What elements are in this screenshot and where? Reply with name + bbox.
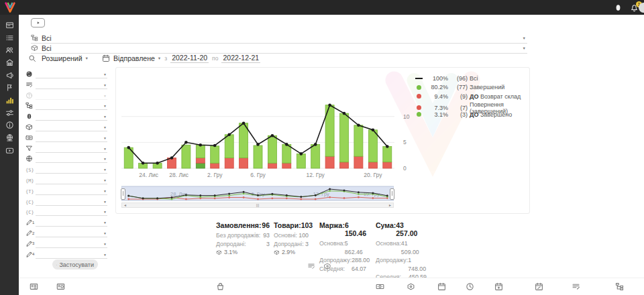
sidebar-item-store[interactable]: [0, 56, 19, 69]
app-logo-icon[interactable]: [4, 1, 16, 13]
store-icon: [5, 58, 14, 67]
scroll-left-arrow-icon[interactable]: ◄: [122, 203, 128, 207]
filter-structure-select[interactable]: ▼: [25, 99, 107, 110]
list-icon: [5, 34, 14, 42]
video-help-button[interactable]: [31, 18, 45, 27]
bb-ids-list-icon[interactable]: [30, 282, 38, 291]
date-to-input[interactable]: 2022-12-21: [221, 54, 260, 63]
avatar[interactable]: [639, 3, 644, 13]
filter-custom-4-select[interactable]: 4▼: [25, 248, 107, 259]
scrollbar-grip[interactable]: |||: [255, 203, 261, 207]
filter-product-select[interactable]: ▼: [25, 121, 107, 131]
sidebar-item-orders[interactable]: [0, 32, 19, 44]
bb-ids-ranges-icon[interactable]: [56, 282, 65, 291]
search-mode-value: Розширений: [42, 54, 83, 62]
users-icon: [5, 46, 14, 54]
filter-help-select[interactable]: ▼: [25, 89, 107, 100]
globesolid-icon: [25, 70, 33, 78]
filter-payment-select[interactable]: ▼: [25, 131, 107, 142]
filter-utm-campaign-select[interactable]: {C}▼: [25, 205, 107, 216]
svg-text:20. Гру: 20. Гру: [364, 172, 382, 178]
brace-icon: {S}: [25, 168, 34, 173]
status-filter-select[interactable]: Всі ▼: [31, 33, 527, 44]
navigator-left-handle[interactable]: [121, 188, 125, 200]
svg-text:10: 10: [403, 113, 410, 120]
chevron-down-icon: ▼: [103, 136, 107, 141]
filter-custom-3-select[interactable]: 3▼: [25, 237, 107, 248]
bb-bag-icon[interactable]: [216, 282, 225, 291]
legend-item[interactable]: 100%(96)Всі: [414, 74, 529, 83]
products-filter-select[interactable]: Всі ▼: [31, 43, 527, 54]
filter-utm-source-select[interactable]: {S}▼: [25, 163, 107, 174]
date-from-input[interactable]: 2022-11-20: [170, 54, 209, 63]
navigator-scrollbar[interactable]: ◄ ||| ►: [121, 202, 394, 208]
sidebar-item-statistics[interactable]: [0, 94, 19, 107]
stat-subrow: Основна:5 862.46: [319, 239, 366, 256]
search-filter-row: Розширений▼ Відправлене▼ з 2022-11-20 по…: [28, 53, 260, 64]
bb-structure-icon[interactable]: [615, 282, 624, 291]
chevron-down-icon: ▼: [103, 178, 107, 184]
stat-subrow: Основна:41 509.00: [376, 239, 427, 256]
search-icon[interactable]: [28, 54, 36, 62]
bb-time-icon[interactable]: [466, 282, 474, 291]
user-icon[interactable]: [614, 3, 623, 12]
promo-icon: [5, 71, 14, 80]
legend-dot-swatch: [417, 105, 421, 110]
info-icon: [5, 121, 14, 129]
sidebar-item-info[interactable]: [0, 119, 19, 132]
sidebar-item-customers[interactable]: [0, 44, 19, 56]
stat-subrow: Допродані:3: [274, 240, 309, 249]
filter-source-select[interactable]: ▼: [25, 78, 107, 89]
legend-item[interactable]: 7.3%(7)Повернення (завершений): [414, 101, 529, 111]
toggle-product-view[interactable]: [323, 262, 331, 270]
search-mode-dropdown[interactable]: Розширений▼: [42, 54, 89, 62]
products-filter-value: Всі: [42, 44, 52, 52]
svg-text:24. Лис: 24. Лис: [139, 172, 159, 178]
filter-utm-medium-select[interactable]: {M}▼: [25, 174, 107, 184]
legend-line-swatch: [415, 78, 423, 79]
sidebar-item-dashboard[interactable]: [0, 19, 19, 32]
date-type-dropdown[interactable]: Відправлене▼: [113, 54, 161, 62]
scroll-right-arrow-icon[interactable]: ►: [387, 203, 393, 207]
mini-chart-icon: [56, 262, 57, 268]
stat-subrow: Допродажу:1 748.00: [376, 256, 427, 273]
chart-navigator[interactable]: 28. Лис6. Гру13. Гру19. Гру: [121, 186, 394, 202]
chevron-down-icon: ▼: [103, 83, 107, 88]
filter-utm-content-select[interactable]: {C}▼: [25, 195, 107, 206]
bb-calendar-edit-icon[interactable]: [535, 282, 543, 291]
chevron-down-icon: ▼: [103, 242, 107, 247]
bb-products-icon[interactable]: [407, 282, 415, 291]
sidebar-item-settings[interactable]: [0, 107, 19, 119]
filter-funnel-select[interactable]: ▼: [25, 142, 107, 153]
sidebar-item-campaigns[interactable]: [0, 81, 19, 94]
help-icon: [25, 92, 33, 99]
filter-geo-select[interactable]: ▼: [25, 68, 107, 78]
chevron-down-icon: ▼: [523, 36, 527, 40]
sidebar-item-promo[interactable]: [0, 69, 19, 82]
bell-icon[interactable]: 1: [630, 3, 639, 12]
legend-item[interactable]: 9.4%(9)ДО Возврат склад: [414, 92, 529, 101]
bb-calendar-icon[interactable]: [437, 282, 446, 291]
sliders-icon: [5, 109, 14, 117]
toggle-list-view[interactable]: [307, 262, 315, 270]
legend-item[interactable]: 3.1%(3)ДО Завершено: [414, 110, 529, 119]
filter-site-select[interactable]: ▼: [25, 152, 107, 163]
filter-utm-term-select[interactable]: {T}▼: [25, 184, 107, 195]
filter-custom-2-select[interactable]: 2▼: [25, 227, 107, 237]
chart-icon: [5, 96, 14, 105]
filter-custom-1-select[interactable]: 1▼: [25, 216, 107, 227]
svg-text:2. Гру: 2. Гру: [207, 172, 223, 178]
sidebar-item-video[interactable]: [0, 144, 19, 157]
filter-id-select[interactable]: ▼: [25, 110, 107, 121]
bb-payments-icon[interactable]: [376, 282, 384, 291]
app-window: 1 Всі ▼ Всі ▼ Розширений▼ Відправлене▼ з…: [0, 0, 644, 295]
sidebar-item-integrations[interactable]: [0, 131, 19, 144]
legend-item[interactable]: 80.2%(77)Завершений: [414, 83, 529, 93]
apply-button[interactable]: Застосувати: [52, 259, 98, 270]
chevron-down-icon: ▼: [103, 221, 107, 226]
stat-subrow: Без допродажів:93: [216, 231, 270, 240]
bb-feed-icon[interactable]: [572, 282, 580, 291]
view-toggles: [307, 262, 331, 270]
bb-package-date-icon[interactable]: [494, 282, 503, 291]
navigator-right-handle[interactable]: [390, 188, 394, 200]
